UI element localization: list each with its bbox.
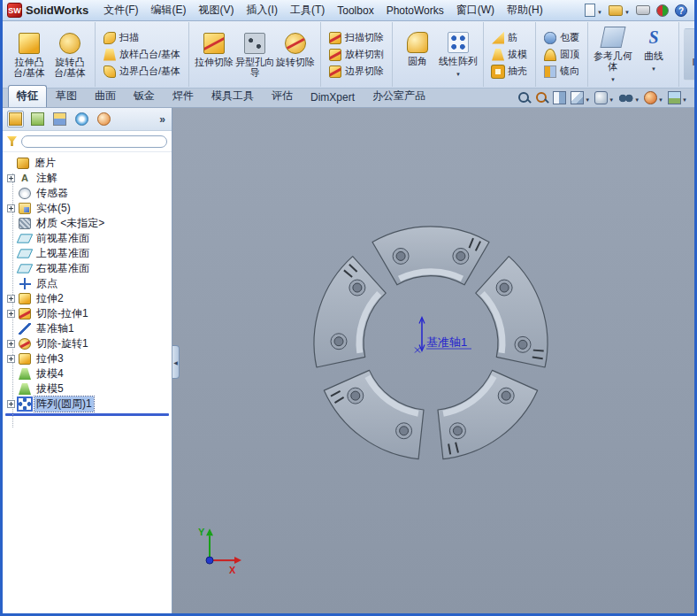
tree-item[interactable]: 切除-旋转1	[3, 336, 172, 351]
menu-item[interactable]: 工具(T)	[284, 0, 331, 20]
ribbon-button[interactable]: 抽壳	[488, 63, 531, 80]
tree-item[interactable]: 阵列(圆周)1	[3, 397, 172, 412]
model-segment[interactable]	[438, 370, 538, 458]
axis-annotation[interactable]: 基准轴1	[415, 318, 471, 353]
titlebar[interactable]: SW SolidWorks 文件(F)编辑(E)视图(V)插入(I)工具(T)T…	[3, 0, 694, 21]
view-toolbar-button[interactable]	[535, 91, 548, 104]
view-toolbar-button[interactable]	[553, 91, 566, 104]
tree-item[interactable]: 切除-拉伸1	[3, 306, 172, 321]
dropdown-arrow-icon[interactable]	[456, 66, 461, 79]
expander-icon[interactable]	[7, 340, 15, 348]
ribbon-tab[interactable]: 焊件	[164, 85, 203, 107]
ribbon-button[interactable]: 扫描切除	[326, 29, 387, 46]
expander-icon[interactable]	[7, 310, 15, 318]
ribbon-button[interactable]: 圆顶	[540, 46, 583, 63]
ribbon-button[interactable]: 异型孔向导	[234, 28, 275, 81]
ribbon-tab[interactable]: 草图	[47, 85, 86, 107]
panel-tab[interactable]	[73, 111, 90, 127]
ribbon-button[interactable]: 旋转切除	[275, 28, 316, 70]
panel-tab[interactable]	[29, 111, 46, 127]
expander-icon[interactable]	[7, 355, 15, 363]
dropdown-arrow-icon[interactable]	[634, 92, 640, 104]
ribbon-tab[interactable]: 钣金	[125, 85, 164, 107]
quick-toolbar-button[interactable]	[675, 4, 687, 17]
dropdown-arrow-icon[interactable]	[624, 4, 630, 17]
ribbon-tab[interactable]: 曲面	[86, 85, 125, 107]
ribbon-tab[interactable]: DimXpert	[302, 88, 364, 107]
tree-item[interactable]: 拔模4	[3, 366, 172, 381]
tree-item[interactable]: 基准轴1	[3, 321, 172, 336]
panel-collapse-handle[interactable]	[172, 345, 180, 379]
view-toolbar-button[interactable]	[668, 91, 687, 104]
ribbon-button[interactable]: 曲线	[633, 22, 674, 76]
tree-item[interactable]: 实体(5)	[3, 201, 172, 216]
dropdown-arrow-icon[interactable]	[682, 92, 687, 104]
dropdown-arrow-icon[interactable]	[609, 92, 614, 104]
ribbon-button[interactable]: 线性阵列	[438, 27, 479, 81]
panel-tab[interactable]	[96, 111, 112, 127]
tree-item[interactable]: 上视基准面	[3, 246, 172, 261]
menu-item[interactable]: 视图(V)	[193, 0, 241, 20]
ribbon-button[interactable]: 拉伸凸台/基体	[9, 28, 50, 81]
expander-icon[interactable]	[7, 174, 15, 182]
tree-item[interactable]: 前视基准面	[3, 231, 172, 246]
quick-toolbar-button[interactable]	[636, 5, 650, 15]
model-scene[interactable]: 基准轴1 X Y	[172, 108, 694, 613]
graphics-area[interactable]: 基准轴1 X Y	[172, 108, 694, 613]
menu-item[interactable]: 编辑(E)	[145, 0, 193, 20]
menu-item[interactable]: 帮助(H)	[501, 0, 549, 20]
ribbon-button[interactable]: 参考几何体	[593, 22, 633, 87]
dropdown-arrow-icon[interactable]	[597, 4, 602, 17]
ribbon-tab[interactable]: 办公室产品	[364, 85, 434, 107]
ribbon-tab[interactable]: 评估	[263, 85, 302, 107]
view-toolbar-button[interactable]	[618, 92, 640, 104]
view-toolbar-button[interactable]	[644, 91, 663, 104]
panel-tab-overflow-chevron[interactable]: »	[157, 113, 167, 126]
panel-tab[interactable]	[7, 111, 24, 127]
model-segment[interactable]	[372, 227, 489, 285]
model-segment[interactable]	[314, 257, 386, 367]
tree-filter-input[interactable]	[21, 135, 167, 148]
ribbon-button[interactable]: 镜向	[540, 63, 583, 80]
menu-item[interactable]: 插入(I)	[241, 0, 284, 20]
dropdown-arrow-icon[interactable]	[658, 92, 663, 104]
quick-toolbar-button[interactable]	[609, 4, 630, 17]
tree-item[interactable]: 材质 <未指定>	[3, 216, 172, 231]
rollback-bar[interactable]	[5, 413, 169, 416]
tree-item[interactable]: 右视基准面	[3, 261, 172, 276]
dropdown-arrow-icon[interactable]	[651, 61, 656, 73]
menu-item[interactable]: 文件(F)	[97, 0, 144, 20]
tree-item[interactable]: 注解	[3, 171, 172, 186]
ribbon-tab[interactable]: 特征	[8, 85, 47, 107]
quick-toolbar-button[interactable]	[585, 4, 602, 17]
expander-icon[interactable]	[7, 400, 15, 408]
tree-item[interactable]: 原点	[3, 276, 172, 291]
ribbon-button[interactable]: 放样凸台/基体	[100, 46, 184, 63]
tree-item[interactable]: 传感器	[3, 186, 172, 201]
ribbon-button[interactable]: 边界凸台/基体	[100, 63, 184, 80]
ribbon-button[interactable]: 包覆	[540, 29, 583, 46]
view-toolbar-button[interactable]	[594, 91, 614, 104]
model-segment[interactable]	[476, 257, 548, 367]
menu-item[interactable]: 窗口(W)	[450, 0, 501, 20]
ribbon-button[interactable]: 扫描	[100, 29, 184, 46]
dropdown-arrow-icon[interactable]	[585, 92, 590, 104]
tree-item[interactable]: 拔模5	[3, 381, 172, 397]
menu-item[interactable]: Toolbox	[331, 2, 379, 19]
panel-tab[interactable]	[51, 111, 68, 127]
tree-item[interactable]: 磨片	[3, 156, 172, 171]
axis-label[interactable]: 基准轴1	[426, 335, 467, 349]
quick-toolbar-button[interactable]	[656, 4, 669, 17]
ribbon-button[interactable]: Instant3D	[684, 28, 694, 81]
menu-item[interactable]: PhotoWorks	[380, 2, 450, 19]
ribbon-button[interactable]: 旋转凸台/基体	[50, 28, 90, 81]
tree-item[interactable]: 拉伸2	[3, 291, 172, 306]
dropdown-arrow-icon[interactable]	[610, 72, 616, 84]
ribbon-button[interactable]: 边界切除	[326, 63, 387, 80]
expander-icon[interactable]	[7, 204, 15, 212]
ribbon-button[interactable]: 拔模	[488, 46, 531, 63]
ribbon-button[interactable]: 拉伸切除	[194, 28, 234, 70]
ribbon-button[interactable]: 筋	[488, 29, 531, 46]
model-segment[interactable]	[324, 370, 424, 458]
tree-filter-icon[interactable]	[7, 136, 17, 146]
